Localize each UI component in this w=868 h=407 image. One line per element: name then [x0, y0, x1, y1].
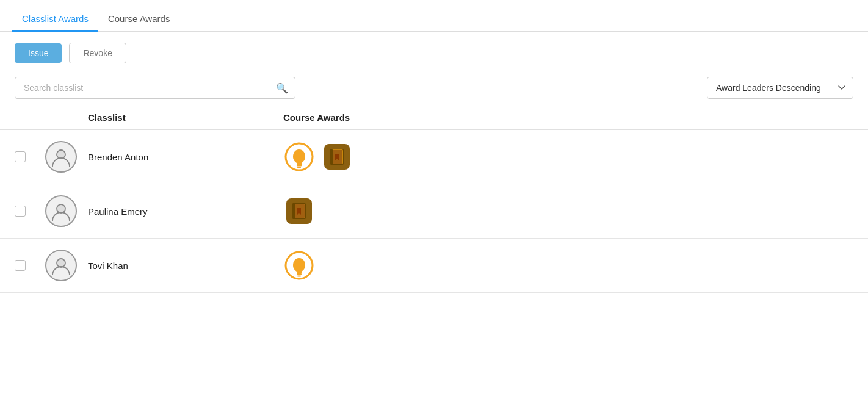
award-bulb-icon — [283, 141, 315, 173]
svg-rect-19 — [297, 273, 302, 275]
search-wrapper: 🔍 — [15, 77, 295, 99]
table-row: Tovi Khan — [0, 239, 868, 293]
search-sort-row: 🔍 Award Leaders Descending Award Leaders… — [0, 72, 868, 106]
student-checkbox-1[interactable] — [15, 151, 26, 162]
check-col-3 — [15, 260, 45, 271]
sort-select[interactable]: Award Leaders Descending Award Leaders A… — [707, 77, 853, 99]
revoke-button[interactable]: Revoke — [69, 43, 126, 63]
tabs-bar: Classlist Awards Course Awards — [0, 0, 868, 32]
awards-col-2 — [283, 195, 853, 227]
svg-point-0 — [57, 150, 65, 159]
avatar-col-3 — [45, 250, 88, 281]
svg-point-17 — [57, 259, 65, 267]
check-col-1 — [15, 151, 45, 162]
svg-rect-2 — [297, 165, 302, 167]
table-row: Brenden Anton — [0, 130, 868, 184]
svg-rect-20 — [297, 276, 301, 277]
svg-point-10 — [57, 204, 65, 213]
col-classlist-header: Classlist — [88, 112, 283, 123]
toolbar: Issue Revoke — [0, 32, 868, 72]
svg-rect-3 — [297, 167, 301, 168]
svg-rect-15 — [292, 203, 295, 219]
student-name-3: Tovi Khan — [88, 261, 283, 271]
student-checkbox-3[interactable] — [15, 260, 26, 271]
check-col-2 — [15, 206, 45, 217]
award-book-icon — [321, 141, 353, 173]
table-header: Classlist Course Awards — [0, 106, 868, 130]
avatar-2 — [45, 195, 77, 227]
awards-col-3 — [283, 250, 853, 281]
avatar-col-2 — [45, 195, 88, 227]
award-book-icon — [283, 195, 315, 227]
issue-button[interactable]: Issue — [15, 43, 62, 63]
svg-rect-8 — [330, 149, 333, 165]
table-row: Paulina Emery — [0, 184, 868, 239]
student-name-2: Paulina Emery — [88, 206, 283, 217]
awards-col-1 — [283, 141, 853, 173]
avatar-3 — [45, 250, 77, 281]
page-container: Classlist Awards Course Awards Issue Rev… — [0, 0, 868, 407]
tab-classlist-awards[interactable]: Classlist Awards — [12, 7, 98, 32]
avatar-col-1 — [45, 141, 88, 173]
search-input[interactable] — [15, 77, 295, 99]
col-awards-header: Course Awards — [283, 112, 853, 123]
student-name-1: Brenden Anton — [88, 152, 283, 162]
award-bulb-icon — [283, 250, 315, 281]
avatar-1 — [45, 141, 77, 173]
tab-course-awards[interactable]: Course Awards — [98, 7, 179, 32]
student-checkbox-2[interactable] — [15, 206, 26, 217]
